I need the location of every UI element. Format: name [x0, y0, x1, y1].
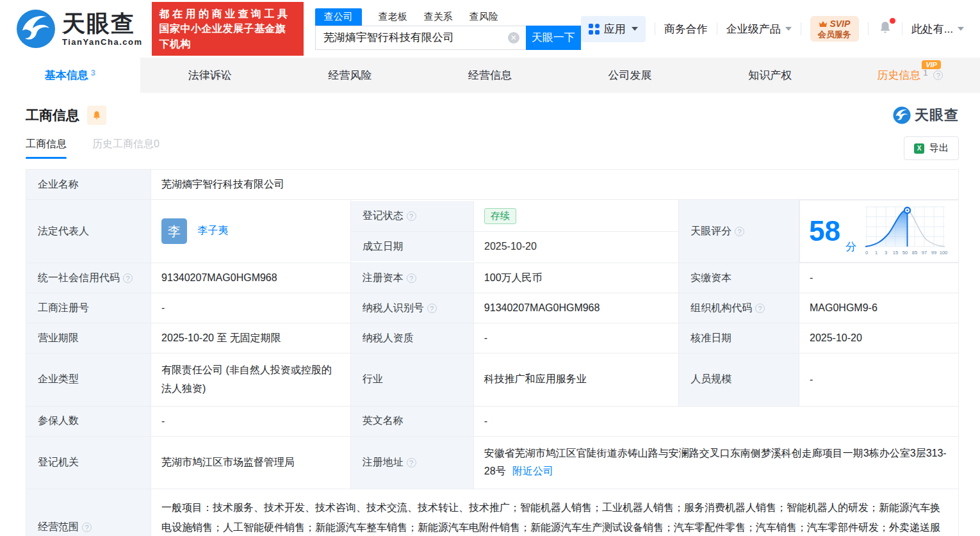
promo-banner: 都在用的商业查询工具 国家中小企业发展子基金旗下机构 — [152, 2, 304, 56]
table-row: 企业类型 有限责任公司 (非自然人投资或控股的法人独资) 行业 科技推广和应用服… — [26, 353, 959, 407]
apps-label: 应用 — [604, 22, 626, 37]
taxpayer-quality-value: - — [473, 323, 678, 353]
subtab-history-business-info[interactable]: 历史工商信息0 — [92, 138, 159, 159]
excel-icon: X — [914, 143, 924, 154]
nearby-companies-link[interactable]: 附近公司 — [512, 466, 553, 476]
reg-status-label: 登记状态 — [363, 210, 404, 221]
divider — [868, 22, 869, 35]
english-name-label: 英文名称 — [350, 406, 473, 436]
svip-line1: SVIP — [829, 19, 850, 29]
business-info-table: 企业名称 芜湖熵宇智行科技有限公司 法定代表人 李 李子夷 登记状态? 存续 成… — [26, 169, 959, 536]
establish-date-value: 2025-10-20 — [474, 232, 678, 261]
tab-intellectual-property[interactable]: 知识产权 — [700, 58, 840, 93]
divider — [655, 22, 655, 35]
taxpayer-id-value: 91340207MAG0HGM968 — [473, 293, 678, 323]
chevron-down-icon — [785, 27, 792, 31]
svg-text:3: 3 — [885, 250, 887, 256]
org-code-value: MAG0HGM9-6 — [799, 293, 958, 323]
status-badge: 存续 — [484, 208, 516, 224]
help-icon[interactable]: ? — [82, 523, 92, 532]
establish-date-label: 成立日期 — [351, 232, 474, 261]
tab-history-info-label: 历史信息 — [877, 68, 920, 83]
tianyancha-watermark-icon — [893, 106, 911, 124]
reg-number-label: 工商注册号 — [26, 293, 151, 323]
svg-text:1: 1 — [875, 250, 878, 256]
search-tab-risk[interactable]: 查风险 — [470, 8, 498, 26]
export-label: 导出 — [929, 142, 949, 154]
tab-company-development-label: 公司发展 — [608, 68, 652, 83]
help-icon[interactable]: ? — [407, 458, 416, 467]
company-name-value: 芜湖熵宇智行科技有限公司 — [151, 170, 959, 200]
svg-text:97: 97 — [922, 250, 927, 256]
tab-legal-proceedings-label: 法律诉讼 — [188, 68, 232, 83]
table-row: 企业名称 芜湖熵宇智行科技有限公司 — [26, 170, 959, 200]
staff-size-value: - — [799, 353, 958, 407]
search-button[interactable]: 天眼一下 — [526, 26, 581, 50]
logo-subtitle: TianYanCha.com — [62, 38, 143, 46]
legal-rep-avatar[interactable]: 李 — [161, 218, 187, 244]
clear-search-icon[interactable]: ✕ — [508, 32, 519, 44]
industry-value: 科技推广和应用服务业 — [473, 353, 678, 407]
tab-basic-info[interactable]: 基本信息 3 — [0, 58, 140, 93]
search-tab-boss[interactable]: 查老板 — [379, 8, 407, 26]
user-menu-label: 此处有... — [911, 22, 953, 37]
svg-text:100: 100 — [940, 250, 948, 256]
tab-history-info[interactable]: VIP 历史信息 1 ? — [840, 58, 980, 93]
legal-rep-link[interactable]: 李子夷 — [198, 225, 229, 236]
help-icon[interactable]: ? — [755, 304, 765, 313]
monitor-bell-button[interactable] — [87, 106, 106, 125]
approval-date-value: 2025-10-20 — [799, 323, 958, 353]
table-row: 登记机关 芜湖市鸠江区市场监督管理局 注册地址? 安徽省芜湖市鸠江区官陡街道赤铸… — [26, 436, 959, 489]
search-tab-company[interactable]: 查公司 — [315, 8, 362, 26]
export-button[interactable]: X 导出 — [904, 136, 959, 160]
svip-member-button[interactable]: SVIP 会员服务 — [810, 16, 859, 42]
staff-size-label: 人员规模 — [679, 353, 799, 407]
tab-legal-proceedings[interactable]: 法律诉讼 — [140, 58, 281, 93]
notification-dot — [890, 18, 895, 24]
header-nav: 应用 商务合作 企业级产品 SVIP 会员服务 此处有.. — [581, 16, 964, 42]
tab-company-development[interactable]: 公司发展 — [560, 58, 700, 93]
apps-menu-button[interactable]: 应用 — [581, 16, 646, 42]
table-row: 参保人数 - 英文名称 - — [26, 406, 959, 436]
company-name-label: 企业名称 — [26, 170, 151, 200]
taxpayer-quality-label: 纳税人资质 — [350, 323, 473, 353]
tab-operating-risk[interactable]: 经营风险 — [280, 58, 420, 93]
help-icon[interactable]: ? — [407, 273, 416, 283]
search-block: 查公司 查老板 查关系 查风险 ✕ 天眼一下 — [315, 8, 581, 50]
reg-capital-label: 注册资本 — [363, 272, 404, 285]
chevron-down-icon — [958, 27, 964, 31]
table-row: 经营范围? 一般项目：技术服务、技术开发、技术咨询、技术交流、技术转让、技术推广… — [26, 489, 959, 536]
paid-capital-label: 实缴资本 — [679, 263, 799, 293]
reg-address-label: 注册地址 — [363, 456, 404, 469]
reg-capital-value: 100万人民币 — [473, 263, 678, 293]
bell-icon — [92, 110, 102, 120]
search-input[interactable] — [315, 26, 526, 50]
help-icon[interactable]: ? — [407, 211, 416, 221]
svg-text:15: 15 — [893, 250, 898, 256]
notification-bell-button[interactable] — [878, 20, 893, 38]
svip-line2: 会员服务 — [818, 29, 851, 40]
tab-operating-risk-label: 经营风险 — [328, 68, 372, 83]
watermark-text: 天眼查 — [915, 106, 959, 125]
tab-basic-info-label: 基本信息 — [45, 68, 88, 83]
score-label: 天眼评分 — [690, 225, 731, 238]
crown-icon — [819, 20, 828, 28]
subtab-business-info[interactable]: 工商信息 — [26, 138, 67, 159]
tianyancha-logo[interactable]: 天眼查 TianYanCha.com — [16, 9, 143, 49]
user-menu[interactable]: 此处有... — [911, 22, 964, 37]
paid-capital-value: - — [799, 263, 958, 293]
help-icon[interactable]: ? — [933, 70, 943, 80]
nav-enterprise-label: 企业级产品 — [726, 22, 781, 37]
nav-enterprise-products[interactable]: 企业级产品 — [726, 22, 792, 37]
search-tab-relation[interactable]: 查关系 — [424, 8, 453, 26]
nav-cooperation[interactable]: 商务合作 — [664, 22, 708, 37]
table-row: 统一社会信用代码? 91340207MAG0HGM968 注册资本? 100万人… — [26, 263, 959, 293]
help-icon[interactable]: ? — [735, 227, 744, 236]
help-icon[interactable]: ? — [427, 304, 437, 313]
svg-text:0: 0 — [865, 250, 868, 256]
chevron-down-icon — [632, 27, 638, 31]
help-icon[interactable]: ? — [123, 273, 133, 283]
tab-operating-info[interactable]: 经营信息 — [420, 58, 560, 93]
tianyancha-logo-icon — [16, 9, 56, 49]
promo-banner-line1: 都在用的商业查询工具 — [159, 6, 296, 21]
